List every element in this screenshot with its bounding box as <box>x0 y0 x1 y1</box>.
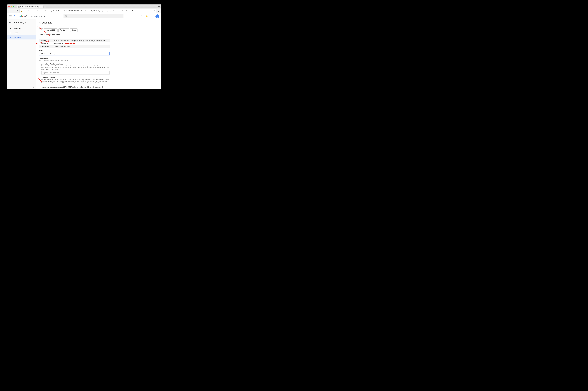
forward-button[interactable]: → <box>12 9 15 12</box>
logo-product-label: APIs <box>24 15 29 18</box>
project-name: firestack-example <box>31 15 43 17</box>
client-info-table: Client ID 223760557072-nd6ituo2vd1egu8q1… <box>39 39 110 48</box>
chevron-down-icon: ▾ <box>44 15 45 17</box>
client-secret-value: De4FAj9hHDXbQJ <box>53 43 76 44</box>
reset-secret-button[interactable]: Reset secret <box>58 28 69 32</box>
google-apis-logo[interactable]: Google APIs <box>14 15 29 18</box>
sidebar-item-credentials[interactable]: ⚿ Credentials <box>7 35 36 39</box>
reload-button[interactable]: ⟳ <box>16 9 18 12</box>
redirect-uri-row: http://localhost/google × <box>41 89 110 89</box>
main-area: Credentials ← Download JSON Reset secret… <box>36 19 161 89</box>
notifications-icon[interactable]: 🔔 <box>146 15 148 17</box>
creation-date-row: Creation date Dec 16, 2016, 4:24:01 PM <box>39 45 110 48</box>
address-bar[interactable]: 🔒 https://console.developers.google.com/… <box>19 9 156 13</box>
menu-icon[interactable] <box>9 15 11 18</box>
sidebar-item-label: Dashboard <box>14 27 21 29</box>
window-close-button[interactable] <box>8 6 10 7</box>
sidebar-title: API API Manager <box>7 19 36 26</box>
api-logo-icon: API <box>9 22 13 24</box>
window-zoom-button[interactable] <box>13 6 14 7</box>
search-box[interactable]: 🔍 <box>63 14 124 18</box>
library-icon: ☲ <box>9 32 11 34</box>
header-actions: ❗ ❔ 🔔 ⋮ <box>136 14 159 18</box>
redirect-uri-row: com.googleusercontent.apps.223760557072-… <box>41 85 110 89</box>
page-content: ← Download JSON Reset secret Delete Clie… <box>36 26 161 89</box>
window-minimize-button[interactable] <box>10 6 12 7</box>
client-secret-label: Client secret <box>39 43 53 44</box>
sidebar-item-label: Credentials <box>14 36 21 38</box>
client-id-row: Client ID 223760557072-nd6ituo2vd1egu8q1… <box>39 39 110 42</box>
tab-favicon: G <box>18 6 20 7</box>
redirect-uris-help: For use with requests from a web server.… <box>41 79 110 84</box>
redirect-uri-value: com.googleusercontent.apps.223760557072-… <box>42 86 104 88</box>
dashboard-icon: ✦ <box>9 27 11 29</box>
tab-strip: G OAuth client - firestack-examp × ⟩ Ari <box>7 4 161 8</box>
sidebar-title-label: API Manager <box>14 21 26 24</box>
overflow-icon[interactable]: ⋮ <box>150 15 153 17</box>
browser-menu-button[interactable]: ⋮ <box>157 10 160 12</box>
avatar[interactable] <box>155 14 159 18</box>
browser-toolbar: ← → ⟳ 🔒 https://console.developers.googl… <box>7 8 161 13</box>
js-origins-section: Authorized JavaScript origins For use wi… <box>41 63 158 75</box>
back-button[interactable]: ← <box>8 9 11 12</box>
new-tab-button[interactable]: ⟩ <box>43 6 46 8</box>
star-icon[interactable]: ☆ <box>154 10 155 12</box>
restrictions-help: Enter JavaScript origins, redirect URIs,… <box>39 60 158 61</box>
sidebar-item-label: Library <box>14 32 18 34</box>
client-id-value: 223760557072-nd6ituo2vd1egu8q169mfim2pme… <box>53 40 106 41</box>
traffic-lights <box>7 6 14 7</box>
remove-uri-button[interactable]: × <box>106 86 110 88</box>
download-json-button[interactable]: Download JSON <box>44 28 57 32</box>
chrome-window: G OAuth client - firestack-examp × ⟩ Ari… <box>7 4 161 89</box>
project-picker[interactable]: firestack-example ▾ <box>31 15 45 17</box>
js-origin-input[interactable] <box>41 71 110 75</box>
redaction-scribble <box>65 43 76 44</box>
redirect-uris-heading: Authorized redirect URIs <box>41 77 158 79</box>
name-input[interactable] <box>39 52 110 55</box>
key-icon: ⚿ <box>9 36 11 38</box>
redirect-uri-list: com.googleusercontent.apps.223760557072-… <box>41 85 158 89</box>
js-origins-heading: Authorized JavaScript origins <box>41 63 158 65</box>
browser-tab[interactable]: G OAuth client - firestack-examp × <box>17 5 43 8</box>
sidebar: API API Manager ✦ Dashboard ☲ Library ⚿ … <box>7 19 36 89</box>
creation-date-value: Dec 16, 2016, 4:24:01 PM <box>53 45 69 47</box>
tab-title: OAuth client - firestack-examp <box>20 6 39 7</box>
help-icon[interactable]: ❔ <box>141 15 143 17</box>
creation-date-label: Creation date <box>39 45 53 47</box>
sidebar-collapse-button[interactable]: 〈| <box>7 85 36 89</box>
name-label: Name <box>39 50 158 51</box>
url-scheme: https <box>23 10 26 12</box>
sidebar-item-dashboard[interactable]: ✦ Dashboard <box>7 26 36 30</box>
close-icon[interactable]: × <box>41 6 41 7</box>
annotation-arrow <box>37 25 53 38</box>
client-secret-row: Client secret De4FAj9hHDXbQJ <box>39 42 110 45</box>
page-title: Credentials <box>36 19 161 26</box>
lock-icon: 🔒 <box>20 10 22 12</box>
url-rest: ://console.developers.google.com/apis/cr… <box>27 10 136 12</box>
js-origins-help: For use with requests from a browser. Th… <box>41 65 110 70</box>
search-icon: 🔍 <box>65 15 67 17</box>
app-header: Google APIs firestack-example ▾ 🔍 ❗ ❔ 🔔 … <box>7 13 161 19</box>
sidebar-item-library[interactable]: ☲ Library <box>7 30 36 35</box>
client-id-label: Client ID <box>39 40 53 41</box>
client-type-heading: Client ID for Web application <box>39 34 158 36</box>
redirect-uris-section: Authorized redirect URIs For use with re… <box>41 77 158 89</box>
chevron-left-icon: 〈| <box>32 86 34 89</box>
alert-icon[interactable]: ❗ <box>136 15 138 17</box>
action-bar: ← Download JSON Reset secret Delete <box>39 28 158 32</box>
back-arrow-button[interactable]: ← <box>39 28 43 32</box>
delete-button[interactable]: Delete <box>70 28 78 32</box>
chrome-profile-label[interactable]: Ari <box>158 6 160 7</box>
restrictions-heading: Restrictions <box>39 58 158 60</box>
